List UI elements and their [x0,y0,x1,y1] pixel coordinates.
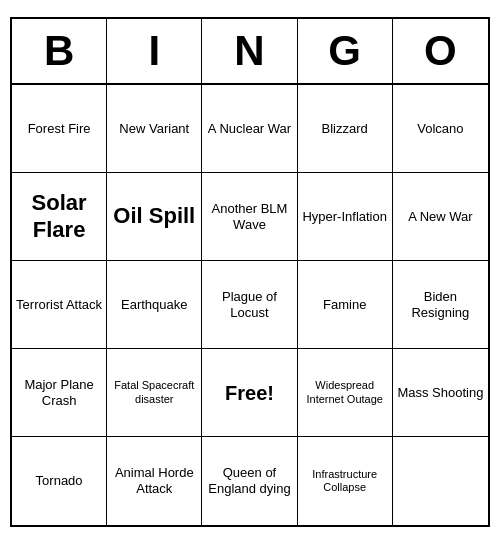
bingo-cell-24 [393,437,488,525]
bingo-cell-20: Tornado [12,437,107,525]
bingo-cell-12: Plague of Locust [202,261,297,349]
bingo-cell-23: Infrastructure Collapse [298,437,393,525]
bingo-letter-b: B [12,19,107,83]
bingo-card: BINGO Forest FireNew VariantA Nuclear Wa… [10,17,490,527]
bingo-cell-2: A Nuclear War [202,85,297,173]
bingo-cell-10: Terrorist Attack [12,261,107,349]
bingo-cell-16: Fatal Spacecraft disaster [107,349,202,437]
bingo-cell-13: Famine [298,261,393,349]
bingo-header: BINGO [12,19,488,85]
bingo-cell-6: Oil Spill [107,173,202,261]
bingo-letter-n: N [202,19,297,83]
bingo-grid: Forest FireNew VariantA Nuclear WarBlizz… [12,85,488,525]
bingo-cell-8: Hyper-Inflation [298,173,393,261]
bingo-letter-o: O [393,19,488,83]
bingo-cell-0: Forest Fire [12,85,107,173]
bingo-cell-11: Earthquake [107,261,202,349]
bingo-cell-21: Animal Horde Attack [107,437,202,525]
bingo-cell-9: A New War [393,173,488,261]
bingo-letter-i: I [107,19,202,83]
bingo-letter-g: G [298,19,393,83]
bingo-cell-15: Major Plane Crash [12,349,107,437]
bingo-cell-4: Volcano [393,85,488,173]
bingo-cell-19: Mass Shooting [393,349,488,437]
bingo-cell-14: Biden Resigning [393,261,488,349]
bingo-cell-7: Another BLM Wave [202,173,297,261]
bingo-cell-22: Queen of England dying [202,437,297,525]
bingo-cell-17: Free! [202,349,297,437]
bingo-cell-1: New Variant [107,85,202,173]
bingo-cell-5: Solar Flare [12,173,107,261]
bingo-cell-3: Blizzard [298,85,393,173]
bingo-cell-18: Widespread Internet Outage [298,349,393,437]
